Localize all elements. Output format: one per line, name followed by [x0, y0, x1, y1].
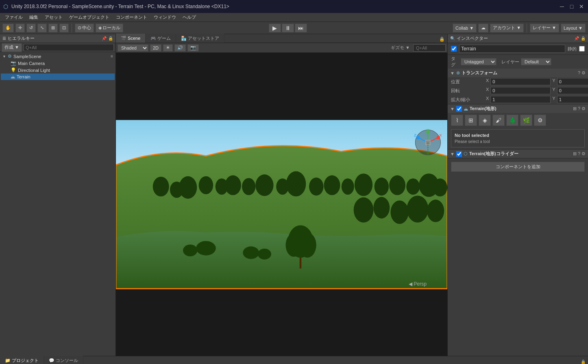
- inspector-object-row: 静的: [448, 43, 588, 55]
- tab-project[interactable]: 📁 プロジェクト: [0, 356, 44, 364]
- lighting-button[interactable]: ☀: [163, 44, 173, 52]
- terrain-tools-row: ⌇ ⊞ ◈ 🖌 🌲 🌿 ⚙: [448, 113, 588, 128]
- transform-scale-tool[interactable]: ⤡: [37, 24, 47, 32]
- position-row: 位置 X Y Z: [448, 77, 588, 86]
- hierarchy-terrain[interactable]: ⛰ Terrain: [1, 74, 115, 80]
- svg-point-8: [255, 174, 273, 196]
- transform-settings-icon[interactable]: ⚙: [581, 70, 586, 76]
- rot-y-input[interactable]: [557, 87, 588, 94]
- scene-canvas: Z X Y ◀ Persp: [116, 53, 447, 356]
- tab-console[interactable]: 💬 コンソール: [44, 356, 83, 364]
- tab-game[interactable]: 🎮 ゲーム: [146, 34, 176, 43]
- 2d-button[interactable]: 2D: [150, 44, 161, 52]
- transform-move-tool[interactable]: ✛: [15, 24, 25, 32]
- menu-file[interactable]: ファイル: [2, 13, 26, 21]
- hierarchy-create-btn[interactable]: 作成 ▼: [2, 43, 22, 52]
- hierarchy-lock-icon: 🔒: [108, 36, 113, 41]
- svg-point-32: [183, 245, 197, 256]
- gizmo-search-input[interactable]: [413, 44, 446, 52]
- scale-y-input[interactable]: [557, 96, 588, 103]
- menu-edit[interactable]: 編集: [26, 13, 41, 21]
- hierarchy-scene[interactable]: ▼ ⚙ SampleScene ≡: [1, 53, 115, 60]
- pos-x-input[interactable]: [490, 78, 551, 85]
- static-checkbox[interactable]: [579, 46, 585, 52]
- terrain-settings-icon[interactable]: ⚙: [581, 106, 586, 111]
- close-button[interactable]: ✕: [578, 3, 585, 10]
- position-field: X Y Z: [485, 78, 588, 85]
- terrain-rect-icon[interactable]: ⊞: [573, 106, 577, 111]
- center-toggle[interactable]: ⊙ 中心: [75, 24, 94, 32]
- step-button[interactable]: ⏭: [295, 24, 307, 32]
- terrain-smooth-tool[interactable]: ◈: [479, 115, 491, 126]
- layer-dropdown[interactable]: レイヤー ▼: [530, 24, 559, 32]
- object-name-input[interactable]: [459, 45, 565, 53]
- rot-x-input[interactable]: [490, 87, 551, 94]
- terrain-raise-tool[interactable]: ⌇: [451, 115, 463, 126]
- terrain-place-trees-tool[interactable]: 🌲: [506, 115, 518, 126]
- hierarchy-main-camera[interactable]: 📷 Main Camera: [1, 60, 115, 67]
- account-button[interactable]: アカウント ▼: [490, 24, 524, 32]
- collab-button[interactable]: Collab ▼: [453, 24, 477, 32]
- center-label: 中心: [82, 25, 91, 31]
- tag-dropdown[interactable]: Untagged: [461, 58, 497, 65]
- collider-settings-icon[interactable]: ⚙: [581, 151, 586, 156]
- add-component-button[interactable]: コンポーネントを追加: [451, 162, 585, 172]
- terrain-paint-texture-tool[interactable]: 🖌: [492, 115, 505, 126]
- menu-help[interactable]: ヘルプ: [179, 13, 199, 21]
- hierarchy-directional-light[interactable]: 💡 Directional Light: [1, 67, 115, 74]
- transform-rect-tool[interactable]: ⊞: [48, 24, 58, 32]
- terrain-active-checkbox[interactable]: [456, 106, 462, 112]
- terrain-component-title: Terrain(地形): [470, 106, 497, 112]
- transform-info-icon[interactable]: ?: [578, 70, 580, 76]
- scene-lock-icon: 🔒: [437, 36, 447, 43]
- object-active-checkbox[interactable]: [451, 46, 457, 52]
- hierarchy-search-input[interactable]: [24, 44, 114, 51]
- bottom-panel: 📁 プロジェクト 💬 コンソール 🔒 作成 ▼ 🔍 🏷 ⭐ ▼ ⭐ Favori…: [0, 356, 588, 364]
- terrain-component: ▼ ⛰ Terrain(地形) ⊞ ? ⚙ ⌇ ⊞ ◈ 🖌 🌲: [448, 104, 588, 150]
- terrain-settings-tool[interactable]: ⚙: [534, 115, 546, 126]
- terrain-collider-header[interactable]: ▼ ⬡ Terrain(地形)コライダー ⊞ ? ⚙: [448, 150, 588, 158]
- transform-rotate-tool[interactable]: ↺: [26, 24, 36, 32]
- menu-gameobject[interactable]: ゲームオブジェクト: [66, 13, 113, 21]
- collider-active-checkbox[interactable]: [456, 151, 462, 157]
- local-toggle[interactable]: ◈ ローカル: [96, 24, 123, 32]
- scene-icon: ⚙: [8, 54, 12, 59]
- main-layout: ☰ ヒエラルキー 📌 🔒 作成 ▼ ▼ ⚙ SampleScene ≡ 📷 Ma…: [0, 34, 588, 356]
- scene-toolbar: Shaded 2D ☀ 🔊 📷 ギズモ ▼: [116, 43, 447, 53]
- game-tab-icon: 🎮: [150, 36, 156, 41]
- cloud-button[interactable]: ☁: [478, 24, 488, 32]
- svg-point-13: [342, 178, 354, 195]
- terrain-info-icon[interactable]: ?: [578, 106, 580, 111]
- pause-button[interactable]: ⏸: [282, 24, 294, 32]
- layout-dropdown[interactable]: Layout ▼: [561, 24, 586, 32]
- layer-label: レイヤー: [501, 59, 519, 65]
- scale-x-input[interactable]: [490, 96, 551, 103]
- svg-point-20: [354, 197, 374, 223]
- scale-x-label: X: [485, 96, 490, 103]
- shading-mode-dropdown[interactable]: Shaded: [118, 44, 148, 52]
- bottom-tabs: 📁 プロジェクト 💬 コンソール 🔒: [0, 356, 588, 364]
- maximize-button[interactable]: □: [568, 3, 575, 10]
- terrain-component-header[interactable]: ▼ ⛰ Terrain(地形) ⊞ ? ⚙: [448, 104, 588, 113]
- effects-button[interactable]: 📷: [187, 44, 199, 52]
- static-label: 静的: [568, 46, 577, 52]
- menu-window[interactable]: ウィンドウ: [150, 13, 179, 21]
- minimize-button[interactable]: ─: [559, 3, 565, 10]
- terrain-paint-height-tool[interactable]: ⊞: [465, 115, 477, 126]
- pos-y-input[interactable]: [557, 78, 588, 85]
- transform-header[interactable]: ▼ ⊕ トランスフォーム ? ⚙: [448, 69, 588, 77]
- collider-rect-icon[interactable]: ⊞: [573, 151, 577, 156]
- tab-scene[interactable]: 🎬 Scene: [116, 34, 146, 43]
- terrain-paint-details-tool[interactable]: 🌿: [520, 115, 532, 126]
- collider-info-icon[interactable]: ?: [578, 151, 580, 156]
- menu-assets[interactable]: アセット: [41, 13, 66, 21]
- transform-hand-tool[interactable]: ✋: [2, 24, 14, 32]
- play-button[interactable]: ▶: [269, 24, 281, 32]
- layer-dropdown[interactable]: Default: [521, 58, 551, 65]
- menu-component[interactable]: コンポーネント: [113, 13, 150, 21]
- inspector-panel: 🔍 インスペクター 📌 🔒 静的 タグ Untagged レイヤー: [448, 34, 588, 356]
- terrain-icons: ⊞ ? ⚙: [573, 106, 586, 111]
- audio-button[interactable]: 🔊: [174, 44, 186, 52]
- transform-all-tool[interactable]: ⊡: [59, 24, 69, 32]
- tab-asset-store[interactable]: 🏪 アセットストア: [176, 34, 224, 43]
